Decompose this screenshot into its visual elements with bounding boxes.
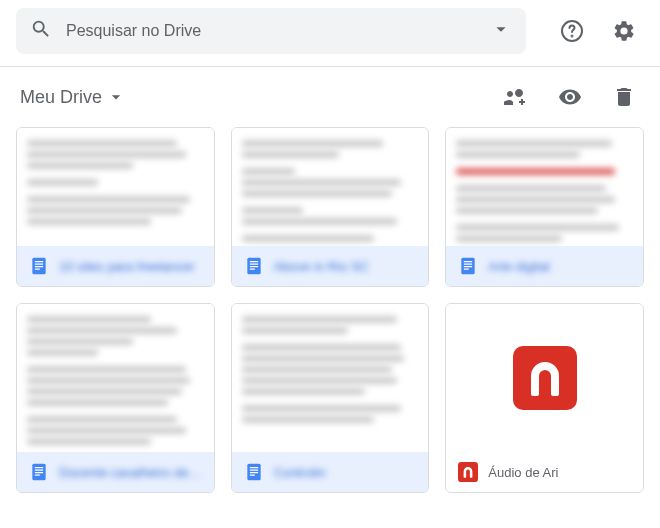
file-card[interactable]: Controlin: [231, 303, 430, 493]
svg-rect-24: [249, 470, 257, 471]
svg-rect-4: [35, 264, 43, 265]
svg-rect-30: [458, 462, 478, 482]
svg-rect-27: [513, 346, 577, 410]
file-footer: Above in Rio SC: [232, 246, 429, 286]
svg-rect-31: [464, 474, 467, 478]
svg-rect-3: [35, 261, 43, 262]
file-footer: Arte digital: [446, 246, 643, 286]
svg-rect-32: [470, 474, 473, 478]
file-footer: Docente cavalheiro dese...: [17, 452, 214, 492]
audio-icon: [458, 462, 478, 482]
breadcrumb[interactable]: Meu Drive: [12, 83, 134, 112]
svg-rect-25: [249, 472, 257, 473]
svg-rect-21: [35, 475, 40, 476]
header-actions: [552, 11, 644, 51]
app-header: Pesquisar no Drive: [0, 0, 660, 62]
file-label: Docente cavalheiro dese...: [59, 465, 202, 480]
file-preview: [446, 304, 643, 452]
svg-rect-16: [464, 269, 469, 270]
svg-rect-29: [551, 384, 559, 396]
toolbar-actions: [496, 77, 644, 117]
file-footer: Áudio de Ari: [446, 452, 643, 492]
svg-rect-13: [464, 261, 472, 262]
docs-icon: [29, 256, 49, 276]
file-label: Controlin: [274, 465, 326, 480]
file-preview: [17, 304, 214, 452]
file-card[interactable]: Docente cavalheiro dese...: [16, 303, 215, 493]
chevron-down-icon: [106, 87, 126, 107]
search-icon: [30, 18, 52, 44]
share-button[interactable]: [496, 77, 536, 117]
svg-rect-8: [249, 261, 257, 262]
settings-button[interactable]: [604, 11, 644, 51]
svg-rect-28: [531, 384, 539, 396]
file-preview: [232, 304, 429, 452]
help-button[interactable]: [552, 11, 592, 51]
svg-rect-23: [249, 467, 257, 468]
file-card[interactable]: 10 sites para freelancer: [16, 127, 215, 287]
svg-rect-14: [464, 264, 472, 265]
file-label: 10 sites para freelancer: [59, 259, 195, 274]
file-grid: 10 sites para freelancer Above in Rio SC…: [0, 127, 660, 493]
search-placeholder: Pesquisar no Drive: [66, 22, 490, 40]
file-card[interactable]: Arte digital: [445, 127, 644, 287]
svg-point-1: [572, 36, 573, 37]
svg-rect-18: [35, 467, 43, 468]
delete-button[interactable]: [604, 77, 644, 117]
svg-rect-15: [464, 266, 472, 267]
svg-rect-19: [35, 470, 43, 471]
file-footer: Controlin: [232, 452, 429, 492]
file-label: Áudio de Ari: [488, 465, 558, 480]
file-label: Above in Rio SC: [274, 259, 369, 274]
file-card[interactable]: Above in Rio SC: [231, 127, 430, 287]
svg-rect-5: [35, 266, 43, 267]
breadcrumb-label: Meu Drive: [20, 87, 102, 108]
file-card[interactable]: Áudio de Ari: [445, 303, 644, 493]
file-preview: [446, 128, 643, 246]
svg-rect-11: [249, 269, 254, 270]
search-bar[interactable]: Pesquisar no Drive: [16, 8, 526, 54]
file-preview: [17, 128, 214, 246]
audio-icon: [513, 346, 577, 410]
preview-button[interactable]: [550, 77, 590, 117]
svg-rect-10: [249, 266, 257, 267]
svg-rect-20: [35, 472, 43, 473]
search-dropdown-icon[interactable]: [490, 18, 512, 44]
toolbar: Meu Drive: [0, 67, 660, 127]
svg-rect-26: [249, 475, 254, 476]
file-label: Arte digital: [488, 259, 549, 274]
docs-icon: [244, 462, 264, 482]
file-preview: [232, 128, 429, 246]
svg-rect-9: [249, 264, 257, 265]
file-footer: 10 sites para freelancer: [17, 246, 214, 286]
docs-icon: [244, 256, 264, 276]
docs-icon: [458, 256, 478, 276]
svg-rect-6: [35, 269, 40, 270]
docs-icon: [29, 462, 49, 482]
